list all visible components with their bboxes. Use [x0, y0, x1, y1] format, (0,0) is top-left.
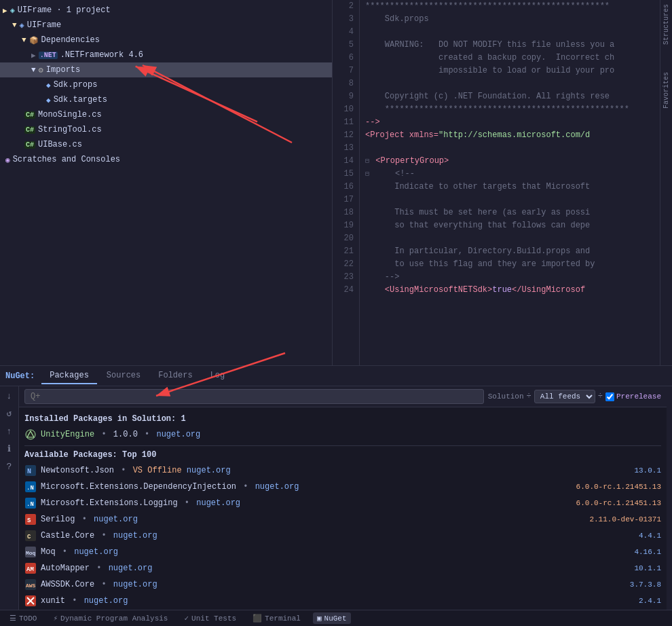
- prerelease-checkbox[interactable]: [605, 392, 614, 401]
- file-icon: ◆: [46, 81, 51, 90]
- tree-label: Sdk.props: [54, 80, 98, 90]
- castle-icon: C: [24, 530, 37, 542]
- tab-log[interactable]: Log: [202, 368, 234, 384]
- tree-item-scratches[interactable]: ◉ Scratches and Consoles: [0, 152, 332, 167]
- svg-text:S: S: [27, 517, 31, 524]
- code-content-area[interactable]: ****************************************…: [360, 0, 672, 365]
- scratches-icon: ◉: [5, 155, 10, 164]
- tab-folders[interactable]: Folders: [150, 368, 200, 384]
- xunit-icon: [24, 595, 37, 607]
- search-input[interactable]: [24, 389, 484, 404]
- tree-item-monosingle[interactable]: C# MonoSingle.cs: [0, 107, 332, 122]
- update-button[interactable]: ↑: [3, 424, 16, 438]
- csharp-icon: C#: [24, 126, 35, 134]
- package-name: xunit • nuget.org: [41, 596, 639, 606]
- status-unit-tests[interactable]: ✓ Unit Tests: [180, 612, 240, 624]
- tree-item-uiframe[interactable]: ▼ ◈ UIFrame: [0, 18, 332, 33]
- package-version: 10.1.1: [634, 564, 661, 572]
- structures-label[interactable]: Structures: [662, 4, 670, 45]
- tree-label: .NETFramework 4.6: [60, 50, 143, 60]
- package-version: 6.0.0-rc.1.21451.13: [576, 483, 661, 491]
- project-icon: ◈: [10, 5, 15, 16]
- nuget-status-icon: ▣: [317, 614, 322, 623]
- line-numbers: 2 3 4 5 6 7 8 9 10 11 12 13 14 15 16 17 …: [333, 0, 360, 365]
- csharp-icon: C#: [24, 111, 35, 119]
- status-bar: ☰ TODO ⚡ Dynamic Program Analysis ✓ Unit…: [0, 610, 672, 626]
- info-button[interactable]: ℹ: [3, 442, 16, 456]
- package-item-newtonsoft[interactable]: N Newtonsoft.Json • VS Offline nuget.org…: [24, 462, 661, 479]
- package-item-di[interactable]: .N Microsoft.Extensions.DependencyInject…: [24, 479, 661, 495]
- chevron-down-icon: ▼: [22, 36, 26, 44]
- package-item-aws[interactable]: AWS AWSSDK.Core • nuget.org 3.7.3.8: [24, 576, 661, 593]
- package-name: Castle.Core • nuget.org: [41, 531, 639, 540]
- code-editor: 2 3 4 5 6 7 8 9 10 11 12 13 14 15 16 17 …: [333, 0, 672, 365]
- svg-text:AWS: AWS: [26, 583, 36, 589]
- feeds-select[interactable]: All feeds: [534, 390, 595, 403]
- status-dpa[interactable]: ⚡ Dynamic Program Analysis: [49, 612, 172, 624]
- dependencies-icon: 📦: [29, 36, 39, 45]
- unity-icon: [24, 428, 37, 441]
- nuget-main-area: Solution ÷ All feeds ÷ Prerelease Instal…: [19, 386, 667, 610]
- tree-item-imports[interactable]: ▼ ⚙ Imports: [0, 62, 332, 77]
- package-item-automapper[interactable]: AM AutoMapper • nuget.org 10.1.1: [24, 560, 661, 576]
- side-panel-labels: Structures Favorites: [660, 0, 672, 365]
- project-tree-panel: ▶ ◈ UIFrame · 1 project ▼ ◈ UIFrame ▼ 📦 …: [0, 0, 333, 365]
- package-item-unity[interactable]: UnityEngine • 1.0.0 • nuget.org: [24, 426, 661, 443]
- package-item-moq[interactable]: Moq Moq • nuget.org 4.16.1: [24, 544, 661, 560]
- svg-text:.N: .N: [26, 501, 34, 508]
- package-item-xunit[interactable]: xunit • nuget.org 2.4.1: [24, 593, 661, 609]
- chevron-down-icon: ▼: [31, 66, 36, 74]
- status-todo[interactable]: ☰ TODO: [5, 612, 41, 624]
- chevron-right-icon: ▶: [31, 51, 36, 60]
- gear-icon: ⚙: [39, 65, 43, 75]
- tree-label: Imports: [46, 65, 80, 75]
- package-version: 3.7.3.8: [630, 581, 661, 589]
- csharp-icon: C#: [24, 141, 35, 149]
- package-list: Installed Packages in Solution: 1 UnityE…: [19, 407, 667, 610]
- package-version: 2.11.0-dev-01371: [589, 515, 661, 523]
- tab-packages[interactable]: Packages: [41, 368, 97, 384]
- chevron-right-icon: ▶: [3, 6, 7, 15]
- chevron-down-icon: ▼: [12, 21, 17, 29]
- package-item-serilog[interactable]: S Serilog • nuget.org 2.11.0-dev-01371: [24, 511, 661, 528]
- svg-text:AM: AM: [26, 566, 34, 573]
- terminal-icon: ⬛: [253, 614, 262, 623]
- unit-tests-icon: ✓: [184, 614, 189, 623]
- tree-item-uiframe-project[interactable]: ▶ ◈ UIFrame · 1 project: [0, 3, 332, 18]
- ms-logging-icon: .N: [24, 497, 37, 509]
- solution-label: Solution: [488, 392, 524, 401]
- tree-label: Scratches and Consoles: [13, 155, 120, 164]
- automapper-icon: AM: [24, 562, 37, 574]
- newtonsoft-icon: N: [24, 464, 37, 477]
- tree-item-dependencies[interactable]: ▼ 📦 Dependencies: [0, 33, 332, 48]
- refresh-button[interactable]: ↺: [3, 407, 16, 420]
- tab-sources[interactable]: Sources: [98, 368, 149, 384]
- package-item-logging[interactable]: .N Microsoft.Extensions.Logging • nuget.…: [24, 495, 661, 511]
- status-terminal[interactable]: ⬛ Terminal: [248, 612, 305, 624]
- installed-section-header: Installed Packages in Solution: 1: [24, 414, 661, 424]
- tree-label: MonoSingle.cs: [38, 110, 102, 119]
- package-item-castle[interactable]: C Castle.Core • nuget.org 4.4.1: [24, 528, 661, 544]
- download-button[interactable]: ↓: [3, 389, 16, 403]
- package-name: Microsoft.Extensions.DependencyInjection…: [41, 482, 576, 492]
- dpa-icon: ⚡: [53, 614, 58, 623]
- nuget-toolbar: Solution ÷ All feeds ÷ Prerelease: [19, 386, 667, 407]
- net-icon: .NET: [39, 52, 58, 59]
- tree-item-netframework[interactable]: ▶ .NET .NETFramework 4.6: [0, 48, 332, 62]
- package-version: 6.0.0-rc.1.21451.13: [576, 499, 661, 507]
- aws-icon: AWS: [24, 578, 37, 591]
- package-name: Newtonsoft.Json • VS Offline nuget.org: [41, 466, 634, 475]
- tree-label: Dependencies: [41, 35, 100, 45]
- divider: [24, 445, 661, 446]
- nuget-scrollbar[interactable]: [667, 386, 672, 610]
- tree-item-stringtool[interactable]: C# StringTool.cs: [0, 122, 332, 137]
- favorites-label[interactable]: Favorites: [662, 72, 670, 109]
- tree-item-sdk-props[interactable]: ◆ Sdk.props: [0, 77, 332, 92]
- nuget-tool-sidebar: ↓ ↺ ↑ ℹ ?: [0, 386, 19, 610]
- status-nuget[interactable]: ▣ NuGet: [313, 612, 351, 624]
- tree-item-sdk-targets[interactable]: ◆ Sdk.targets: [0, 92, 332, 107]
- tree-item-uibase[interactable]: C# UIBase.cs: [0, 137, 332, 152]
- prerelease-checkbox-label[interactable]: Prerelease: [605, 392, 661, 401]
- svg-text:N: N: [27, 468, 31, 475]
- question-button[interactable]: ?: [3, 460, 16, 473]
